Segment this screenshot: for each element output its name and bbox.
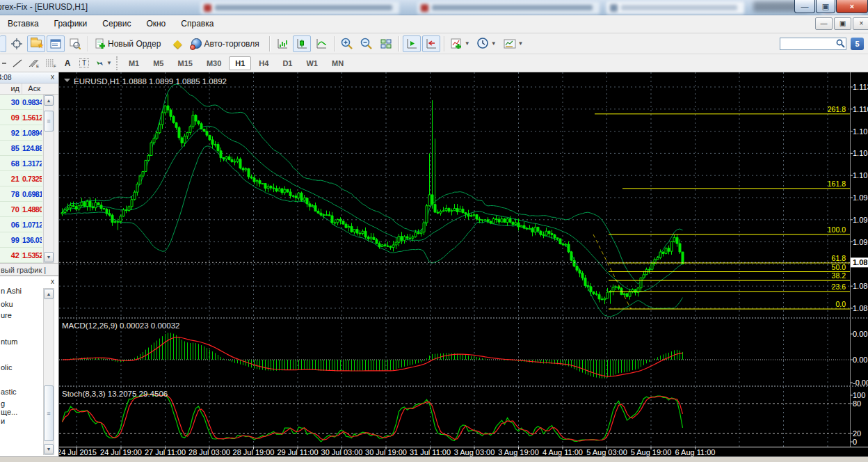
scroll-thumb[interactable]: ≡ (44, 111, 54, 132)
tile-windows-button[interactable] (377, 35, 395, 52)
ask-column-header[interactable]: Аск (22, 83, 42, 94)
time-tick: 30 Jul 19:00 (365, 448, 407, 456)
menu-item-Справка[interactable]: Справка (173, 15, 221, 33)
menu-item-Окно[interactable]: Окно (138, 15, 173, 33)
market-watch-table: 300.9834091.5612921.089485124.88681.3172… (0, 95, 42, 263)
market-watch-row[interactable]: 681.3172 (0, 156, 42, 171)
navigator-item[interactable]: ure (1, 311, 12, 319)
market-watch-columns: ид Аск (0, 83, 58, 95)
scroll-up-arrow[interactable]: ▲ (44, 289, 54, 299)
templates-dropdown-button[interactable]: ▼ (501, 35, 527, 52)
fibonacci-level-label: 38.2 (832, 271, 846, 280)
scroll-up-arrow[interactable]: ▲ (44, 95, 54, 106)
market-watch-toggle-button[interactable] (47, 35, 65, 52)
macd-axis-label: 0.0033 (853, 330, 868, 338)
market-watch-row[interactable]: 780.6981 (0, 186, 42, 202)
maximize-button[interactable]: ▣ (816, 0, 835, 13)
favorites-button[interactable]: ★ (27, 35, 45, 52)
bar-chart-button[interactable] (273, 35, 291, 52)
timeframe-button-M5[interactable]: M5 (147, 56, 170, 70)
ask-value: 1.5612 (22, 113, 42, 122)
time-tick: 28 Jul 19:00 (233, 448, 275, 456)
navigator-item[interactable]: ntum (1, 337, 17, 346)
arrows-dropdown-button[interactable]: ▼ (93, 56, 114, 70)
timeframe-button-M1[interactable]: M1 (122, 56, 145, 70)
line-chart-button[interactable] (312, 35, 330, 52)
menu-item-Графики[interactable]: Графики (47, 15, 95, 33)
zoom-out-button[interactable] (357, 35, 376, 52)
indicators-dropdown-button[interactable]: ▼ (448, 35, 473, 52)
new-order-button[interactable]: Новый Ордер (92, 35, 167, 52)
ask-value: 136.03 (22, 236, 42, 244)
periods-dropdown-button[interactable]: ▼ (474, 35, 499, 52)
timeframe-button-D1[interactable]: D1 (276, 56, 298, 70)
dropdown-arrow-icon: ▼ (106, 60, 112, 66)
menu-item-Вставка[interactable]: Вставка (0, 15, 47, 33)
timeframe-button-H4[interactable]: H4 (252, 56, 275, 70)
new-chart-tab[interactable]: вый график | (0, 263, 58, 276)
zoom-in-button[interactable] (338, 35, 356, 52)
bid-value: 92 (0, 129, 22, 137)
clipped-button[interactable] (0, 35, 6, 52)
bid-value: 21 (0, 175, 22, 183)
market-watch-close-icon[interactable]: x (49, 74, 56, 81)
auto-scroll-button[interactable] (403, 35, 421, 52)
candlestick-chart-button[interactable] (293, 35, 311, 52)
navigator-close-icon[interactable]: x (49, 278, 56, 286)
navigator-item[interactable]: и (1, 417, 5, 425)
price-tick: 1.083 (853, 304, 868, 312)
chart-shift-button[interactable] (422, 35, 440, 52)
data-window-button[interactable] (66, 35, 84, 52)
navigator-item[interactable]: astic (1, 388, 17, 396)
autotrade-button[interactable]: Авто-торговля (188, 35, 265, 52)
stoch-axis-label: 0 (853, 438, 857, 446)
mdi-minimize-button[interactable]: — (815, 17, 833, 30)
timeframe-button-MN[interactable]: MN (326, 56, 350, 70)
chart-canvas[interactable]: 1.1131.1101.1071.1041.1011.0981.0951.092… (59, 72, 868, 456)
window-controls: — ▣ × (794, 0, 868, 13)
fibonacci-level-label: 50.0 (832, 263, 846, 271)
bid-column-header[interactable]: ид (0, 83, 22, 94)
trendline-tool-button[interactable] (10, 56, 25, 70)
timeframe-button-H1[interactable]: H1 (229, 56, 251, 70)
mdi-close-button[interactable]: × (853, 17, 868, 30)
fibonacci-tool-button[interactable]: F (43, 56, 58, 70)
market-watch-row[interactable]: 99136.03 (0, 232, 42, 248)
channel-tool-button[interactable]: E (26, 56, 42, 70)
minimize-button[interactable]: — (794, 0, 815, 13)
market-watch-row[interactable]: 061.0712 (0, 217, 42, 232)
market-watch-row[interactable]: 421.5352 (0, 248, 42, 263)
text-tool-button[interactable]: A (60, 56, 75, 70)
scroll-down-arrow[interactable]: ▼ (44, 252, 54, 262)
price-tick: 1.101 (853, 171, 868, 180)
market-watch-row[interactable]: 210.7325 (0, 171, 42, 186)
metaeditor-button[interactable]: ◆ (168, 35, 186, 52)
mdi-restore-button[interactable]: ▣ (834, 17, 851, 30)
navigator-item[interactable]: olic (1, 363, 13, 372)
close-button[interactable]: × (836, 0, 868, 13)
market-watch-row[interactable]: 921.0894 (0, 125, 42, 141)
menu-item-Сервис[interactable]: Сервис (95, 15, 138, 33)
scroll-thumb[interactable]: ≡ (44, 385, 54, 441)
navigator-scrollbar[interactable]: ▲ ≡ ▼ (43, 288, 54, 455)
timeframe-button-W1[interactable]: W1 (300, 56, 324, 70)
market-watch-row[interactable]: 300.9834 (0, 95, 42, 110)
timeframe-button-M15[interactable]: M15 (171, 56, 198, 70)
market-watch-scrollbar[interactable]: ▲ ≡ ▼ (43, 95, 54, 263)
market-watch-row[interactable]: 701.4880 (0, 202, 42, 217)
navigator-item[interactable]: g (1, 399, 5, 408)
market-watch-row[interactable]: 091.5612 (0, 110, 42, 125)
navigator-item[interactable]: ще... (1, 408, 17, 416)
horizontal-line-tool-button[interactable] (0, 56, 8, 70)
navigator-item[interactable]: n Ashi (1, 287, 22, 295)
market-watch-row[interactable]: 85124.88 (0, 141, 42, 156)
timeframe-button-M30[interactable]: M30 (200, 56, 227, 70)
navigator-item[interactable]: oku (1, 300, 13, 308)
search-icon[interactable] (836, 39, 845, 48)
crosshair-button[interactable] (8, 35, 26, 52)
scroll-down-arrow[interactable]: ▼ (44, 444, 54, 454)
price-tick: 1.086 (853, 282, 868, 290)
community-button[interactable]: 5 (851, 38, 864, 50)
bid-value: 06 (0, 221, 22, 229)
label-tool-button[interactable]: T (77, 56, 92, 70)
